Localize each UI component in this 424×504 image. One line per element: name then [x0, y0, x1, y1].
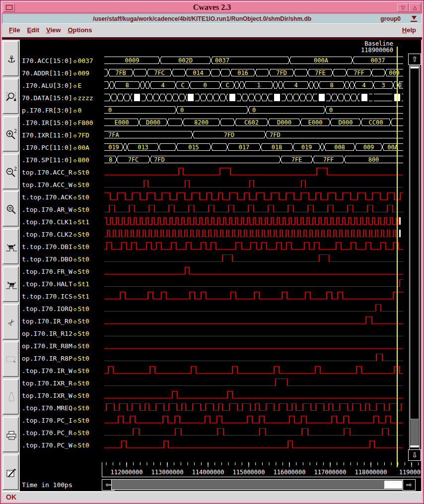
svg-text:014: 014 — [193, 69, 204, 76]
zoom-fit-button[interactable] — [2, 191, 19, 227]
annotate-button[interactable] — [2, 454, 19, 490]
signal-value: St0 — [77, 243, 89, 251]
diamond-marker-icon: ◇ — [72, 95, 78, 102]
signal-row[interactable]: t.top.I70.ICS◇St1 — [22, 290, 102, 303]
title-bar[interactable]: Cwaves 2.3 ▽ △ — [2, 1, 422, 13]
svg-text:3: 3 — [381, 82, 385, 89]
signal-row[interactable]: 70.DATA[15:0]◇zzzz — [22, 92, 102, 104]
signal-row[interactable]: op.I70.IR_R8M◇St0 — [22, 340, 102, 352]
signal-row[interactable]: I70.IXR[11:0]◇7FD — [22, 129, 102, 141]
svg-text:2: 2 — [14, 167, 17, 172]
diamond-marker-icon: ◇ — [72, 219, 78, 226]
svg-text:0037: 0037 — [371, 57, 385, 64]
signal-row[interactable]: .top.I70.CLK2◇St0 — [22, 228, 102, 241]
signal-row[interactable]: .top.I70.HALT◇St1 — [22, 278, 102, 290]
horizontal-scroll-track[interactable] — [111, 479, 403, 490]
signal-value: 0 — [77, 107, 81, 114]
arrow-right-icon: ⇨ — [406, 481, 412, 489]
diamond-marker-icon: ◇ — [72, 281, 78, 288]
signal-row[interactable]: .I70.IR[15:0]◇F800 — [22, 117, 102, 129]
svg-text:7FB: 7FB — [115, 69, 126, 76]
search-edge-right-icon — [5, 242, 18, 252]
signal-value: St1 — [77, 218, 89, 226]
signal-row[interactable]: top.I70.IR_R0◇St0 — [22, 315, 102, 327]
vertical-scroll-remainder[interactable] — [410, 419, 419, 445]
group-menu-icon[interactable] — [411, 15, 418, 22]
svg-text:7FC: 7FC — [154, 69, 165, 76]
signal-row[interactable]: top.I70.ACC_R◇St0 — [22, 166, 102, 179]
signal-row[interactable]: p.I70.FR[3:0]◇0 — [22, 104, 102, 117]
signal-name: op.I70.IR_R8P — [22, 355, 72, 362]
database-path: /user/staff/kuga/work/cadence/4bit/KITE1… — [2, 15, 402, 22]
cwaves-window: Cwaves 2.3 ▽ △ /user/staff/kuga/work/cad… — [0, 0, 424, 504]
zoom-out-2x-button[interactable]: 2 — [2, 154, 19, 189]
signal-name: .top.I70.CLK2 — [22, 231, 72, 238]
signal-name: 70.ADDR[11:0] — [22, 69, 72, 77]
timeline-ruler[interactable]: 1120000001130000001140000001150000001160… — [102, 461, 421, 478]
svg-text:E000: E000 — [115, 119, 129, 126]
shade-button[interactable]: ▽ — [397, 3, 409, 12]
signal-row[interactable]: top.I70.IXR_R◇St0 — [22, 377, 102, 389]
signal-row[interactable]: .I70.SP[11:0]◇800 — [22, 154, 102, 166]
signal-row[interactable]: t.top.I70.DBI◇St0 — [22, 241, 102, 253]
diamond-marker-icon: ◇ — [72, 368, 78, 375]
svg-text:7FD: 7FD — [270, 131, 281, 138]
signal-row[interactable]: .I70.PC[11:0]◇00A — [22, 141, 102, 154]
signal-row[interactable]: op.I70.IR_R8P◇St0 — [22, 352, 102, 365]
print-button[interactable] — [2, 417, 19, 452]
menu-item-view[interactable]: View — [46, 26, 61, 34]
signal-row[interactable]: .top.I70.MREQ◇St0 — [22, 402, 102, 414]
signal-row[interactable]: .top.I70.PC_R◇St0 — [22, 427, 102, 439]
signal-name: .top.I70.PC_I — [22, 417, 72, 424]
svg-text:✂: ✂ — [5, 317, 17, 328]
menu-item-file[interactable]: File — [9, 26, 20, 34]
signal-row[interactable]: .top.I70.FR_W◇St0 — [22, 265, 102, 278]
anchor-button[interactable]: ⚓ — [2, 41, 19, 76]
signal-name: .top.I70.IR_W — [22, 367, 72, 375]
svg-text:CC00: CC00 — [369, 119, 383, 126]
signal-name: top.I70.IXR_W — [22, 392, 72, 399]
horizontal-scrollbar[interactable]: ⇦ ⇨ — [102, 479, 413, 490]
search-edge-right-button[interactable] — [2, 229, 19, 264]
raise-icon: △ — [413, 5, 417, 10]
signal-row[interactable]: t.top.I70.ACK◇St0 — [22, 191, 102, 203]
signal-row[interactable]: t.top.I70.DBO◇St0 — [22, 253, 102, 265]
svg-text:017: 017 — [239, 144, 250, 151]
signal-name: .I70.IR[15:0] — [22, 119, 72, 126]
signal-row[interactable]: .top.I70.CLK1◇St1 — [22, 216, 102, 228]
svg-text:117000000: 117000000 — [314, 469, 346, 476]
select-region-button[interactable] — [2, 341, 19, 377]
menu-item-help[interactable]: Help — [402, 26, 416, 34]
signal-value: St0 — [77, 429, 89, 437]
signal-row[interactable]: .I70.ALU[3:0]◇E — [22, 79, 102, 92]
signal-row[interactable]: .top.I70.PC_I◇St0 — [22, 414, 102, 427]
signal-row[interactable]: I70.ACC[15:0]◇0037 — [22, 55, 102, 67]
scroll-down-button[interactable]: ⇩ — [408, 449, 421, 461]
signal-row[interactable]: .top.I70.IORQ◇St0 — [22, 303, 102, 315]
signal-row[interactable]: op.I70.IR_R12◇St0 — [22, 327, 102, 340]
signal-row[interactable]: .top.I70.IR_W◇St0 — [22, 365, 102, 377]
time-cursor[interactable] — [397, 47, 398, 467]
signal-row[interactable]: top.I70.IXR_W◇St0 — [22, 389, 102, 402]
vertical-scrollbar[interactable]: ⇧ ⇩ — [408, 54, 421, 460]
vertical-scroll-track[interactable] — [409, 65, 420, 450]
search-edge-left-button[interactable] — [2, 266, 19, 302]
menu-item-edit[interactable]: Edit — [27, 26, 39, 34]
waveform-canvas[interactable]: 0009002D0037000A00377FB7FC0140167FD7FE7F… — [104, 55, 403, 451]
signal-row[interactable]: .top.I70.PC_W◇St0 — [22, 439, 102, 451]
signal-row[interactable]: .top.I70.AR_W◇St0 — [22, 203, 102, 216]
raise-button[interactable]: △ — [409, 3, 421, 12]
signal-row[interactable]: top.I70.ACC_W◇St0 — [22, 179, 102, 191]
menu-item-options[interactable]: Options — [68, 26, 92, 34]
glue-button[interactable] — [2, 379, 19, 415]
cut-button[interactable]: ✂ — [2, 304, 19, 340]
scroll-right-button[interactable]: ⇨ — [403, 479, 416, 491]
signal-row[interactable]: 70.ADDR[11:0]◇009 — [22, 67, 102, 79]
zoom-in-2x-button[interactable]: 2 — [2, 116, 19, 152]
horizontal-scroll-thumb[interactable] — [384, 481, 402, 489]
scroll-up-button[interactable]: ⇧ — [408, 54, 421, 65]
vertical-scroll-thumb[interactable] — [410, 66, 419, 419]
svg-text:009: 009 — [363, 144, 374, 151]
zoom-to-cursors-button[interactable] — [2, 78, 19, 114]
diamond-marker-icon: ◇ — [72, 418, 78, 424]
